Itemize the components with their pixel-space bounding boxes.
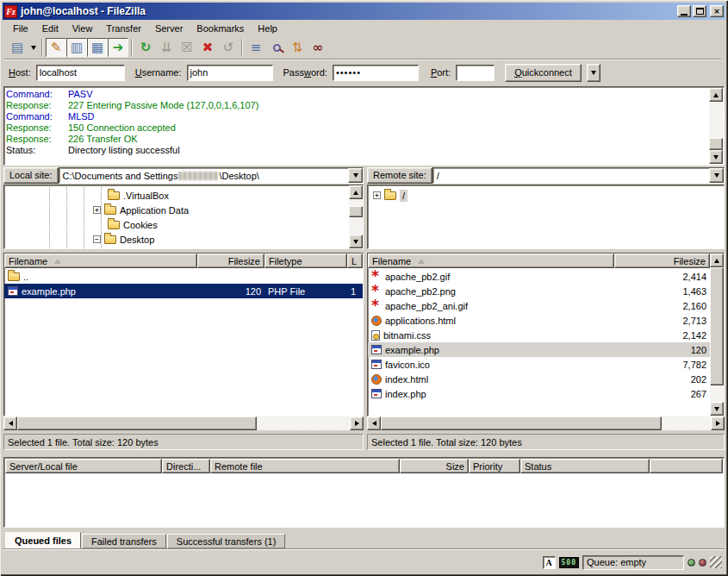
scroll-up-button[interactable] bbox=[349, 185, 363, 199]
local-selection-status: Selected 1 file. Total size: 120 bytes bbox=[3, 434, 364, 450]
column-header-filename[interactable]: Filename bbox=[4, 254, 197, 268]
process-queue-button[interactable]: ⇊ bbox=[156, 38, 177, 57]
firefox-html-icon bbox=[371, 374, 382, 385]
tree-item-application-data[interactable]: + Application Data bbox=[93, 203, 189, 217]
toggle-message-log-button[interactable]: ✎ bbox=[46, 38, 66, 57]
scroll-left-button[interactable] bbox=[367, 416, 381, 430]
column-header-filesize[interactable]: Filesize bbox=[197, 254, 264, 268]
close-button[interactable]: × bbox=[710, 5, 724, 17]
toggle-local-tree-button[interactable]: ▥ bbox=[66, 38, 87, 57]
column-header-filetype[interactable]: Filetype bbox=[264, 254, 347, 268]
scroll-down-button[interactable] bbox=[709, 150, 723, 164]
scroll-right-button[interactable] bbox=[711, 416, 725, 430]
remote-path-value: / bbox=[433, 168, 709, 183]
scrollbar-thumb[interactable] bbox=[709, 138, 723, 150]
menu-bookmarks[interactable]: Bookmarks bbox=[190, 22, 251, 35]
minimize-button[interactable] bbox=[677, 5, 691, 17]
local-site-combobox[interactable]: C:\Documents and Settings\Desktop\ bbox=[59, 167, 364, 184]
tab-successful-transfers[interactable]: Successful transfers (1) bbox=[167, 534, 286, 548]
scroll-right-button[interactable] bbox=[350, 416, 364, 430]
scrollbar-thumb[interactable] bbox=[349, 206, 363, 217]
directory-listing-filters-button[interactable]: ≡ bbox=[246, 38, 266, 57]
list-row[interactable]: *apache_pb2_ani.gif 2,160 bbox=[368, 298, 710, 313]
tree-item-root[interactable]: + / bbox=[373, 188, 408, 203]
find-files-button[interactable]: ∞ bbox=[308, 38, 328, 57]
menu-edit[interactable]: Edit bbox=[35, 22, 65, 35]
list-row[interactable]: index.php 267 bbox=[368, 386, 710, 401]
list-row[interactable]: bitnami.css 2,142 bbox=[368, 328, 710, 342]
remote-site-combobox[interactable]: / bbox=[432, 167, 725, 184]
menu-server[interactable]: Server bbox=[148, 22, 190, 35]
tree-item-cookies[interactable]: Cookies bbox=[108, 217, 158, 232]
password-input[interactable]: •••••• bbox=[333, 65, 419, 81]
port-input[interactable] bbox=[456, 65, 495, 81]
column-header-remote-file[interactable]: Remote file bbox=[210, 459, 400, 473]
host-input[interactable]: localhost bbox=[36, 65, 125, 81]
username-input[interactable]: john bbox=[187, 65, 273, 81]
quickconnect-button[interactable]: Quickconnect bbox=[505, 64, 582, 82]
site-manager-button[interactable]: ▤ bbox=[7, 38, 28, 57]
expand-icon[interactable]: + bbox=[93, 206, 101, 214]
list-row[interactable]: *apache_pb2.png 1,463 bbox=[368, 284, 710, 298]
scroll-down-button[interactable] bbox=[349, 235, 363, 248]
list-row-example-php[interactable]: example.php 120 PHP File 1 bbox=[4, 284, 363, 298]
message-log: Command:PASV Response:227 Entering Passi… bbox=[3, 86, 725, 166]
column-header-empty bbox=[650, 459, 723, 473]
site-manager-dropdown-button[interactable] bbox=[28, 38, 39, 57]
menu-transfer[interactable]: Transfer bbox=[99, 22, 148, 35]
column-header-status[interactable]: Status bbox=[520, 459, 650, 473]
list-row[interactable]: applications.html 2,713 bbox=[368, 313, 710, 328]
scroll-up-button[interactable] bbox=[710, 254, 724, 267]
tab-failed-transfers[interactable]: Failed transfers bbox=[82, 534, 166, 548]
list-row-example-php[interactable]: example.php 120 bbox=[368, 342, 710, 357]
column-header-filename[interactable]: Filename bbox=[368, 254, 614, 268]
tab-queued-files[interactable]: Queued files bbox=[5, 532, 81, 548]
list-row[interactable]: index.html 202 bbox=[368, 372, 710, 386]
directory-comparison-button[interactable] bbox=[266, 38, 287, 57]
log-scrollbar[interactable] bbox=[709, 88, 723, 164]
cancel-operation-button[interactable]: ☒ bbox=[177, 38, 197, 57]
collapse-icon[interactable]: − bbox=[93, 235, 101, 243]
list-row[interactable]: favicon.ico 7,782 bbox=[368, 357, 710, 372]
disconnect-button[interactable]: ✖ bbox=[197, 38, 218, 57]
remote-site-dropdown-button[interactable] bbox=[709, 168, 724, 183]
resize-grip[interactable] bbox=[710, 556, 722, 568]
quickconnect-dropdown-button[interactable] bbox=[587, 64, 600, 82]
scrollbar-thumb[interactable] bbox=[710, 267, 724, 385]
maximize-button[interactable] bbox=[693, 5, 706, 17]
list-row-parent-dir[interactable]: .. bbox=[4, 269, 363, 284]
sort-ascending-icon bbox=[418, 259, 425, 264]
tree-guide-line bbox=[84, 185, 84, 248]
scrollbar-thumb[interactable] bbox=[17, 416, 257, 430]
reconnect-button[interactable]: ↺ bbox=[218, 38, 239, 57]
tree-item-virtualbox[interactable]: .VirtualBox bbox=[108, 188, 169, 203]
tree-item-desktop[interactable]: − Desktop bbox=[93, 232, 154, 247]
scroll-left-button[interactable] bbox=[3, 416, 17, 430]
scroll-up-button[interactable] bbox=[709, 88, 723, 102]
local-tree-scrollbar[interactable] bbox=[349, 185, 363, 248]
redacted-username bbox=[178, 172, 218, 180]
column-header-server-local-file[interactable]: Server/Local file bbox=[5, 459, 162, 473]
synchronized-browsing-button[interactable]: ⇅ bbox=[287, 38, 308, 57]
title-bar[interactable]: Fz john@localhost - FileZilla × bbox=[3, 3, 725, 20]
column-header-filesize[interactable]: Filesize bbox=[614, 254, 710, 268]
remote-horizontal-scrollbar[interactable] bbox=[367, 416, 725, 430]
refresh-button[interactable]: ↻ bbox=[135, 38, 156, 57]
column-header-direction[interactable]: Directi... bbox=[162, 459, 210, 473]
menu-view[interactable]: View bbox=[65, 22, 100, 35]
scroll-down-button[interactable] bbox=[710, 402, 724, 416]
remote-list-scrollbar[interactable] bbox=[710, 254, 724, 416]
column-header-size[interactable]: Size bbox=[400, 459, 469, 473]
local-site-dropdown-button[interactable] bbox=[348, 168, 363, 183]
local-horizontal-scrollbar[interactable] bbox=[3, 416, 364, 430]
scrollbar-thumb[interactable] bbox=[381, 416, 662, 430]
column-header-priority[interactable]: Priority bbox=[469, 459, 520, 473]
toggle-remote-tree-button[interactable]: ▦ bbox=[87, 38, 108, 57]
column-header-last-modified[interactable]: L bbox=[347, 254, 363, 268]
list-row[interactable]: *apache_pb2.gif 2,414 bbox=[368, 269, 710, 284]
menu-file[interactable]: File bbox=[6, 22, 35, 35]
folder-icon bbox=[108, 221, 120, 229]
menu-help[interactable]: Help bbox=[251, 22, 284, 35]
expand-icon[interactable]: + bbox=[373, 191, 381, 199]
toggle-queue-button[interactable]: ➔ bbox=[108, 38, 128, 57]
